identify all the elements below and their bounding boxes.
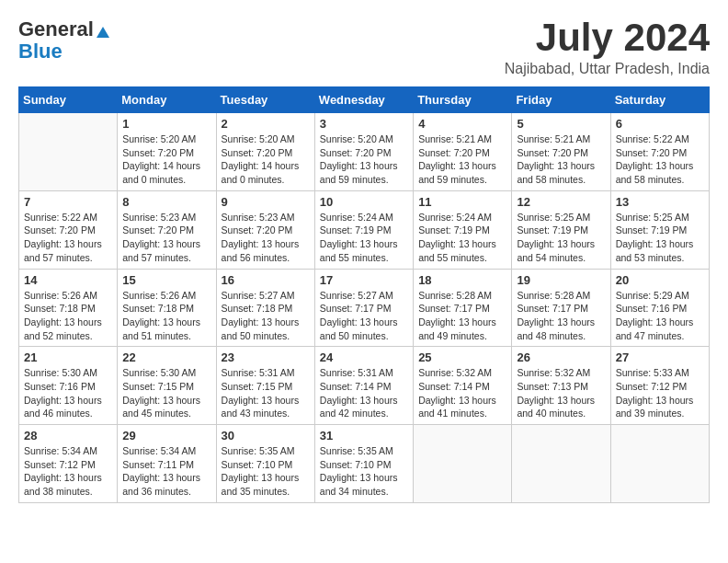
day-info: Sunrise: 5:25 AM Sunset: 7:19 PM Dayligh… bbox=[616, 211, 704, 265]
day-info: Sunrise: 5:28 AM Sunset: 7:17 PM Dayligh… bbox=[418, 289, 506, 343]
table-row bbox=[512, 425, 610, 503]
table-row: 19Sunrise: 5:28 AM Sunset: 7:17 PM Dayli… bbox=[512, 269, 610, 347]
day-info: Sunrise: 5:20 AM Sunset: 7:20 PM Dayligh… bbox=[122, 132, 210, 187]
day-number: 16 bbox=[222, 273, 310, 287]
logo-blue: Blue bbox=[18, 40, 63, 63]
day-info: Sunrise: 5:21 AM Sunset: 7:20 PM Dayligh… bbox=[517, 132, 605, 187]
day-info: Sunrise: 5:32 AM Sunset: 7:14 PM Dayligh… bbox=[418, 366, 506, 420]
col-saturday: Saturday bbox=[610, 87, 709, 113]
day-info: Sunrise: 5:31 AM Sunset: 7:15 PM Dayligh… bbox=[222, 366, 310, 420]
day-info: Sunrise: 5:33 AM Sunset: 7:12 PM Dayligh… bbox=[616, 366, 704, 420]
day-number: 7 bbox=[24, 195, 112, 209]
table-row: 9Sunrise: 5:23 AM Sunset: 7:20 PM Daylig… bbox=[216, 190, 314, 269]
day-info: Sunrise: 5:20 AM Sunset: 7:20 PM Dayligh… bbox=[320, 132, 408, 187]
day-number: 12 bbox=[517, 195, 605, 209]
calendar-header-row: Sunday Monday Tuesday Wednesday Thursday… bbox=[19, 87, 710, 113]
calendar: Sunday Monday Tuesday Wednesday Thursday… bbox=[18, 86, 710, 503]
day-info: Sunrise: 5:35 AM Sunset: 7:10 PM Dayligh… bbox=[222, 444, 310, 499]
table-row: 22Sunrise: 5:30 AM Sunset: 7:15 PM Dayli… bbox=[118, 347, 216, 425]
day-number: 20 bbox=[616, 273, 704, 287]
table-row: 8Sunrise: 5:23 AM Sunset: 7:20 PM Daylig… bbox=[118, 190, 216, 269]
day-number: 9 bbox=[222, 195, 310, 209]
day-info: Sunrise: 5:25 AM Sunset: 7:19 PM Dayligh… bbox=[517, 211, 605, 265]
day-info: Sunrise: 5:31 AM Sunset: 7:14 PM Dayligh… bbox=[320, 366, 408, 420]
day-info: Sunrise: 5:29 AM Sunset: 7:16 PM Dayligh… bbox=[616, 289, 704, 343]
day-number: 13 bbox=[616, 195, 704, 209]
calendar-week-row: 1Sunrise: 5:20 AM Sunset: 7:20 PM Daylig… bbox=[19, 113, 710, 191]
day-number: 15 bbox=[122, 273, 210, 287]
day-info: Sunrise: 5:22 AM Sunset: 7:20 PM Dayligh… bbox=[24, 211, 112, 265]
day-number: 1 bbox=[122, 117, 210, 131]
page-header: General Blue July 2024 Najibabad, Uttar … bbox=[18, 18, 710, 77]
day-info: Sunrise: 5:27 AM Sunset: 7:17 PM Dayligh… bbox=[320, 289, 408, 343]
col-friday: Friday bbox=[512, 87, 610, 113]
table-row: 18Sunrise: 5:28 AM Sunset: 7:17 PM Dayli… bbox=[414, 269, 512, 347]
location-title: Najibabad, Uttar Pradesh, India bbox=[505, 61, 710, 77]
table-row: 13Sunrise: 5:25 AM Sunset: 7:19 PM Dayli… bbox=[610, 190, 709, 269]
day-info: Sunrise: 5:21 AM Sunset: 7:20 PM Dayligh… bbox=[418, 132, 506, 187]
table-row: 20Sunrise: 5:29 AM Sunset: 7:16 PM Dayli… bbox=[610, 269, 709, 347]
table-row: 16Sunrise: 5:27 AM Sunset: 7:18 PM Dayli… bbox=[216, 269, 314, 347]
day-number: 19 bbox=[517, 273, 605, 287]
day-info: Sunrise: 5:34 AM Sunset: 7:11 PM Dayligh… bbox=[122, 444, 210, 499]
day-number: 14 bbox=[24, 273, 112, 287]
day-info: Sunrise: 5:27 AM Sunset: 7:18 PM Dayligh… bbox=[222, 289, 310, 343]
calendar-week-row: 14Sunrise: 5:26 AM Sunset: 7:18 PM Dayli… bbox=[19, 269, 710, 347]
table-row: 30Sunrise: 5:35 AM Sunset: 7:10 PM Dayli… bbox=[216, 425, 314, 503]
day-number: 8 bbox=[122, 195, 210, 209]
day-number: 10 bbox=[320, 195, 408, 209]
day-info: Sunrise: 5:34 AM Sunset: 7:12 PM Dayligh… bbox=[24, 444, 112, 499]
table-row: 25Sunrise: 5:32 AM Sunset: 7:14 PM Dayli… bbox=[414, 347, 512, 425]
title-area: July 2024 Najibabad, Uttar Pradesh, Indi… bbox=[505, 18, 710, 77]
col-thursday: Thursday bbox=[414, 87, 512, 113]
day-info: Sunrise: 5:26 AM Sunset: 7:18 PM Dayligh… bbox=[122, 289, 210, 343]
day-number: 5 bbox=[517, 117, 605, 131]
day-number: 11 bbox=[418, 195, 506, 209]
calendar-week-row: 7Sunrise: 5:22 AM Sunset: 7:20 PM Daylig… bbox=[19, 190, 710, 269]
month-title: July 2024 bbox=[505, 18, 710, 57]
table-row: 14Sunrise: 5:26 AM Sunset: 7:18 PM Dayli… bbox=[19, 269, 118, 347]
day-number: 23 bbox=[222, 350, 310, 364]
day-number: 28 bbox=[24, 429, 112, 442]
day-number: 17 bbox=[320, 273, 408, 287]
day-info: Sunrise: 5:23 AM Sunset: 7:20 PM Dayligh… bbox=[222, 211, 310, 265]
table-row: 1Sunrise: 5:20 AM Sunset: 7:20 PM Daylig… bbox=[118, 113, 216, 191]
table-row: 21Sunrise: 5:30 AM Sunset: 7:16 PM Dayli… bbox=[19, 347, 118, 425]
col-sunday: Sunday bbox=[19, 87, 118, 113]
day-number: 4 bbox=[418, 117, 506, 131]
table-row: 28Sunrise: 5:34 AM Sunset: 7:12 PM Dayli… bbox=[19, 425, 118, 503]
logo-general: General bbox=[18, 17, 94, 40]
day-info: Sunrise: 5:23 AM Sunset: 7:20 PM Dayligh… bbox=[122, 211, 210, 265]
day-info: Sunrise: 5:24 AM Sunset: 7:19 PM Dayligh… bbox=[418, 211, 506, 265]
table-row: 6Sunrise: 5:22 AM Sunset: 7:20 PM Daylig… bbox=[610, 113, 709, 191]
day-number: 27 bbox=[616, 350, 704, 364]
day-number: 31 bbox=[320, 429, 408, 442]
table-row: 24Sunrise: 5:31 AM Sunset: 7:14 PM Dayli… bbox=[314, 347, 413, 425]
day-info: Sunrise: 5:24 AM Sunset: 7:19 PM Dayligh… bbox=[320, 211, 408, 265]
table-row: 27Sunrise: 5:33 AM Sunset: 7:12 PM Dayli… bbox=[610, 347, 709, 425]
table-row bbox=[610, 425, 709, 503]
day-number: 24 bbox=[320, 350, 408, 364]
col-wednesday: Wednesday bbox=[314, 87, 413, 113]
table-row: 10Sunrise: 5:24 AM Sunset: 7:19 PM Dayli… bbox=[314, 190, 413, 269]
table-row: 17Sunrise: 5:27 AM Sunset: 7:17 PM Dayli… bbox=[314, 269, 413, 347]
logo-icon bbox=[97, 27, 109, 38]
calendar-week-row: 28Sunrise: 5:34 AM Sunset: 7:12 PM Dayli… bbox=[19, 425, 710, 503]
day-info: Sunrise: 5:20 AM Sunset: 7:20 PM Dayligh… bbox=[222, 132, 310, 187]
day-number: 29 bbox=[122, 429, 210, 442]
table-row: 2Sunrise: 5:20 AM Sunset: 7:20 PM Daylig… bbox=[216, 113, 314, 191]
day-info: Sunrise: 5:30 AM Sunset: 7:16 PM Dayligh… bbox=[24, 366, 112, 420]
day-number: 21 bbox=[24, 350, 112, 364]
day-info: Sunrise: 5:22 AM Sunset: 7:20 PM Dayligh… bbox=[616, 132, 704, 187]
col-tuesday: Tuesday bbox=[216, 87, 314, 113]
logo: General Blue bbox=[18, 18, 109, 63]
table-row: 23Sunrise: 5:31 AM Sunset: 7:15 PM Dayli… bbox=[216, 347, 314, 425]
day-number: 22 bbox=[122, 350, 210, 364]
table-row: 5Sunrise: 5:21 AM Sunset: 7:20 PM Daylig… bbox=[512, 113, 610, 191]
day-number: 2 bbox=[222, 117, 310, 131]
day-number: 3 bbox=[320, 117, 408, 131]
table-row: 11Sunrise: 5:24 AM Sunset: 7:19 PM Dayli… bbox=[414, 190, 512, 269]
table-row: 4Sunrise: 5:21 AM Sunset: 7:20 PM Daylig… bbox=[414, 113, 512, 191]
table-row bbox=[414, 425, 512, 503]
day-info: Sunrise: 5:32 AM Sunset: 7:13 PM Dayligh… bbox=[517, 366, 605, 420]
